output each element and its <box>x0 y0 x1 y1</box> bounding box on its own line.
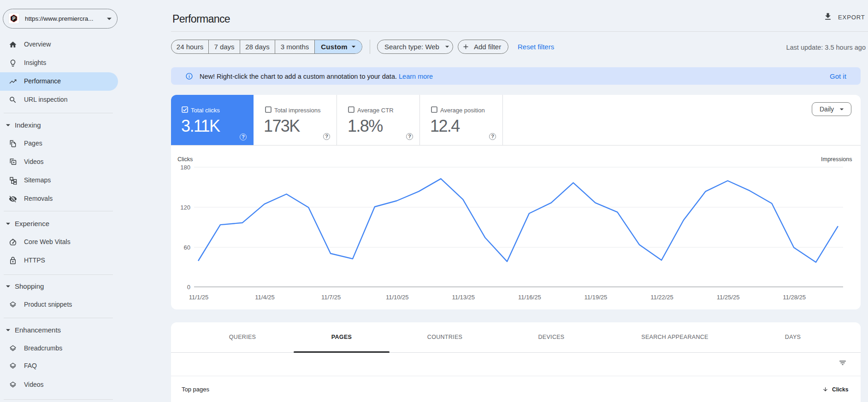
svg-text:P: P <box>12 16 16 21</box>
